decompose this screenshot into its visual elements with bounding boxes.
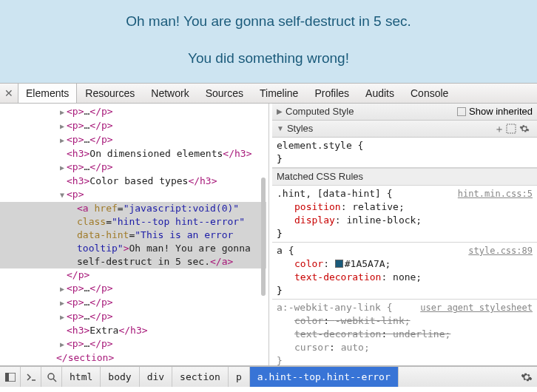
- devtools-main: ▶<p>…</p>▶<p>…</p>▶<p>…</p><h3>On dimens…: [0, 104, 537, 366]
- breadcrumb-item[interactable]: section: [172, 367, 229, 387]
- show-inherited-checkbox[interactable]: [457, 107, 466, 116]
- dom-tree-row[interactable]: ▶<p>…</p>: [0, 105, 266, 119]
- element-style-selector: element.style {: [277, 139, 533, 152]
- dom-tree-row[interactable]: <h3>Extra</h3>: [0, 324, 266, 337]
- css-declaration[interactable]: display: inline-block;: [277, 214, 533, 227]
- dom-tree-row[interactable]: <a href="javascript:void(0)" class="hint…: [0, 202, 266, 268]
- panel-tab-profiles[interactable]: Profiles: [306, 84, 357, 103]
- new-style-rule-icon[interactable]: ＋: [493, 122, 506, 135]
- dom-tree-row[interactable]: ▶<section class="section section--how">……: [0, 365, 266, 365]
- panel-tab-audits[interactable]: Audits: [357, 84, 402, 103]
- dom-tree-row[interactable]: ▶<p>…</p>: [0, 133, 266, 147]
- source-link[interactable]: hint.min.css:5: [458, 187, 533, 200]
- panel-tab-elements[interactable]: Elements: [18, 84, 77, 103]
- devtools-bottom-bar: htmlbodydivsectionpa.hint--top.hint--err…: [0, 366, 537, 387]
- preview-line-2: You did something wrong!: [0, 50, 537, 67]
- css-declaration[interactable]: color: -webkit-link;: [277, 314, 533, 328]
- css-declaration[interactable]: position: relative;: [277, 200, 533, 214]
- disclosure-triangle-icon[interactable]: ▶: [277, 105, 283, 118]
- svg-point-3: [48, 374, 54, 379]
- breadcrumb-item[interactable]: div: [140, 367, 172, 387]
- svg-rect-0: [507, 124, 516, 133]
- panel-tab-console[interactable]: Console: [402, 84, 456, 103]
- dom-tree-row[interactable]: ▶<p>…</p>: [0, 337, 266, 351]
- pane-splitter[interactable]: [266, 104, 272, 365]
- rendered-page-preview: Oh man! You are gonna self-destruct in 5…: [0, 0, 537, 83]
- breadcrumb-item[interactable]: html: [62, 367, 101, 387]
- css-declaration[interactable]: color: #1A5A7A;: [277, 257, 533, 271]
- svg-rect-2: [5, 373, 9, 382]
- styles-section-header[interactable]: ▼ Styles ＋: [272, 121, 537, 138]
- dock-side-icon[interactable]: [0, 367, 21, 387]
- css-rule-block[interactable]: style.css:89a {color: #1A5A7A;text-decor…: [272, 243, 537, 300]
- dom-tree-row[interactable]: ▶<p>…</p>: [0, 296, 266, 310]
- dom-tree-row[interactable]: ▶<p>…</p>: [0, 160, 266, 175]
- dom-tree-row[interactable]: <h3>Color based types</h3>: [0, 175, 266, 188]
- dom-tree-row[interactable]: ▼<p>: [0, 188, 266, 202]
- breadcrumb-item[interactable]: body: [101, 367, 139, 387]
- scrollbar-thumb[interactable]: [261, 178, 266, 296]
- gear-icon[interactable]: [516, 371, 537, 383]
- source-link[interactable]: user agent stylesheet: [420, 301, 533, 314]
- dom-tree-row[interactable]: ▶<p>…</p>: [0, 119, 266, 133]
- element-style-block[interactable]: element.style { }: [272, 138, 537, 168]
- styles-label: Styles: [287, 122, 493, 135]
- panel-tab-network[interactable]: Network: [143, 84, 197, 103]
- show-console-icon[interactable]: [21, 367, 41, 387]
- dom-tree-row[interactable]: </p>: [0, 268, 266, 282]
- panel-tab-resources[interactable]: Resources: [77, 84, 143, 103]
- computed-style-header[interactable]: ▶ Computed Style Show inherited: [272, 104, 537, 121]
- computed-style-label: Computed Style: [286, 105, 457, 118]
- dom-tree-row[interactable]: ▶<p>…</p>: [0, 310, 266, 324]
- panel-tab-timeline[interactable]: Timeline: [251, 84, 306, 103]
- panel-tab-sources[interactable]: Sources: [197, 84, 251, 103]
- css-declaration[interactable]: text-decoration: none;: [277, 271, 533, 284]
- matched-rules-header: Matched CSS Rules: [272, 168, 537, 186]
- breadcrumb-item[interactable]: a.hint--top.hint--error: [250, 367, 399, 387]
- preview-line-1: Oh man! You are gonna self-destruct in 5…: [0, 13, 537, 30]
- elements-dom-tree[interactable]: ▶<p>…</p>▶<p>…</p>▶<p>…</p><h3>On dimens…: [0, 104, 266, 365]
- search-icon[interactable]: [41, 367, 62, 387]
- disclosure-triangle-icon[interactable]: ▼: [277, 122, 284, 135]
- css-rule-block[interactable]: user agent stylesheeta:-webkit-any-link …: [272, 300, 537, 365]
- devtools-panel-bar: ✕ ElementsResourcesNetworkSourcesTimelin…: [0, 83, 537, 104]
- css-rule-block[interactable]: hint.min.css:5.hint, [data-hint] {positi…: [272, 186, 537, 243]
- dom-tree-row[interactable]: <h3>On dimensioned elements</h3>: [0, 147, 266, 160]
- source-link[interactable]: style.css:89: [468, 244, 533, 257]
- show-inherited-label: Show inherited: [469, 105, 533, 118]
- color-swatch[interactable]: [335, 260, 343, 268]
- css-declaration[interactable]: text-decoration: underline;: [277, 328, 533, 341]
- close-icon[interactable]: ✕: [0, 87, 18, 99]
- gear-icon[interactable]: [519, 124, 533, 134]
- styles-pane[interactable]: ▶ Computed Style Show inherited ▼ Styles…: [272, 104, 537, 365]
- css-declaration[interactable]: cursor: auto;: [277, 341, 533, 354]
- breadcrumb-item[interactable]: p: [229, 367, 250, 387]
- dom-tree-row[interactable]: </section>: [0, 351, 266, 365]
- dom-tree-row[interactable]: ▶<p>…</p>: [0, 282, 266, 296]
- toggle-element-state-icon[interactable]: [506, 124, 519, 134]
